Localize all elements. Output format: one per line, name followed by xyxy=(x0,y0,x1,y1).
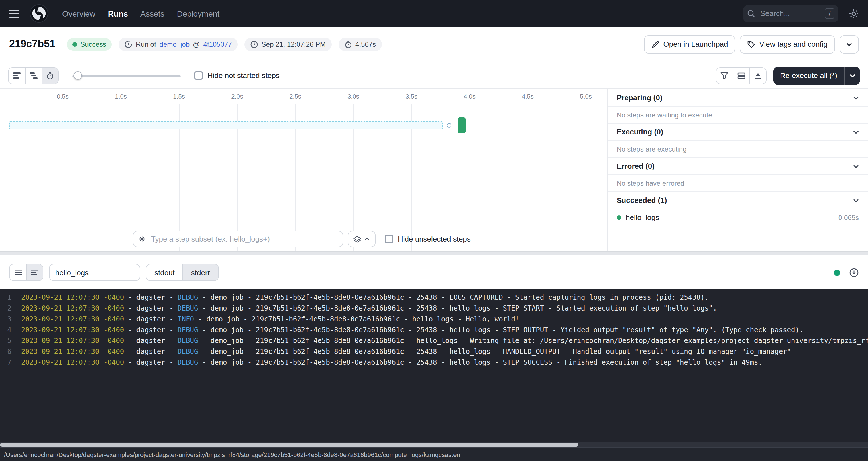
log-line-number: 2 xyxy=(0,303,16,314)
nav-item-assets[interactable]: Assets xyxy=(141,9,164,18)
search-input[interactable] xyxy=(759,8,821,18)
hamburger-icon xyxy=(9,9,20,18)
chevron-down-icon xyxy=(853,164,859,168)
download-logs-button[interactable] xyxy=(849,268,859,277)
step-row-hello-logs[interactable]: hello_logs 0.065s xyxy=(608,209,868,226)
gantt-tick-label: 2.5s xyxy=(289,93,301,100)
section-title: Executing (0) xyxy=(617,128,663,136)
status-bar: /Users/erincochran/Desktop/dagster-examp… xyxy=(0,447,868,461)
log-h-scrollbar xyxy=(0,442,868,447)
gantt-timed-view-button[interactable] xyxy=(41,67,58,84)
raw-logs-button[interactable] xyxy=(26,265,43,280)
log-lines: 12023-09-21 12:07:30 -0400 - dagster - D… xyxy=(0,292,868,368)
gantt-tick-label: 5.0s xyxy=(580,93,592,100)
rows-icon xyxy=(737,72,745,79)
eject-icon xyxy=(754,72,762,79)
gantt-zoom-slider[interactable] xyxy=(72,67,181,84)
duration: 4.567s xyxy=(355,40,376,48)
chevron-down-icon xyxy=(849,74,855,77)
section-title: Succeeded (1) xyxy=(617,196,667,205)
clock-icon xyxy=(250,40,258,48)
filter-steps-button[interactable] xyxy=(716,67,733,84)
gantt-flat-view-button[interactable] xyxy=(8,67,25,84)
step-subset-input[interactable] xyxy=(150,234,337,244)
search-shortcut-key: / xyxy=(825,8,834,19)
run-steps-panel: Preparing (0) No steps are waiting to ex… xyxy=(607,89,868,251)
chevron-down-icon xyxy=(853,198,859,202)
log-line: 12023-09-21 12:07:30 -0400 - dagster - D… xyxy=(0,292,868,303)
section-header-succeeded[interactable]: Succeeded (1) xyxy=(608,192,868,209)
nav-item-runs[interactable]: Runs xyxy=(108,9,128,18)
step-name: hello_logs xyxy=(626,213,659,222)
gantt-start-marker-icon xyxy=(447,123,452,128)
step-success-dot-icon xyxy=(617,215,621,220)
view-tags-config-button[interactable]: View tags and config xyxy=(740,35,835,53)
section-header-executing[interactable]: Executing (0) xyxy=(608,124,868,141)
run-actions-menu-button[interactable] xyxy=(839,35,859,53)
top-nav: OverviewRunsAssetsDeployment / xyxy=(0,0,868,27)
stdout-tab[interactable]: stdout xyxy=(147,265,183,280)
log-line: 52023-09-21 12:07:30 -0400 - dagster - D… xyxy=(0,336,868,346)
menu-button[interactable] xyxy=(8,8,21,19)
gantt-tick-label: 4.5s xyxy=(522,93,534,100)
gantt-tick-label: 3.5s xyxy=(405,93,417,100)
open-launchpad-button[interactable]: Open in Launchpad xyxy=(644,35,736,53)
live-status-dot-icon xyxy=(834,269,840,276)
history-icon xyxy=(125,40,132,48)
slider-knob[interactable] xyxy=(73,71,82,80)
nav-item-deployment[interactable]: Deployment xyxy=(177,9,219,18)
list-icon xyxy=(14,269,22,276)
run-id: 219c7b51 xyxy=(9,38,55,50)
status-badge: Success xyxy=(67,38,112,51)
section-title: Errored (0) xyxy=(617,162,655,171)
reexecute-all-button[interactable]: Re-execute all (*) xyxy=(773,66,844,85)
log-line-number: 7 xyxy=(0,357,16,368)
log-line: 62023-09-21 12:07:30 -0400 - dagster - D… xyxy=(0,346,868,357)
gantt-step-bar-hello-logs[interactable] xyxy=(458,117,466,133)
code-version-link[interactable]: 4f105077 xyxy=(203,40,232,48)
reexecute-menu-button[interactable] xyxy=(844,66,860,85)
structured-logs-button[interactable] xyxy=(10,265,26,280)
stderr-tab[interactable]: stderr xyxy=(183,265,218,280)
gantt-tick-label: 4.0s xyxy=(464,93,475,100)
row-density-button[interactable] xyxy=(733,67,749,84)
log-toolbar: stdout stderr xyxy=(0,255,868,289)
search-box[interactable]: / xyxy=(743,5,838,22)
log-line-number: 1 xyxy=(0,292,16,303)
hide-not-started-checkbox[interactable] xyxy=(194,71,203,80)
dagster-logo[interactable] xyxy=(30,4,49,23)
run-of-label: Run of xyxy=(136,40,156,48)
log-output: 12023-09-21 12:07:30 -0400 - dagster - D… xyxy=(0,289,868,447)
settings-button[interactable] xyxy=(847,7,860,20)
log-line-text: 2023-09-21 12:07:30 -0400 - dagster - DE… xyxy=(16,325,803,336)
job-link[interactable]: demo_job xyxy=(160,40,189,48)
run-of-pill: Run of demo_job @ 4f105077 xyxy=(119,37,238,51)
nav-item-overview[interactable]: Overview xyxy=(62,9,95,18)
gantt-waterfall-view-button[interactable] xyxy=(25,67,41,84)
section-executing: Executing (0) No steps are executing xyxy=(608,124,868,158)
section-header-preparing[interactable]: Preparing (0) xyxy=(608,89,868,106)
hide-unselected-checkbox-row[interactable]: Hide unselected steps xyxy=(385,235,471,243)
hide-unselected-checkbox[interactable] xyxy=(385,235,393,243)
log-view-mode-group xyxy=(9,264,43,281)
gantt-tick-label: 1.5s xyxy=(173,93,185,100)
hide-not-started-checkbox-row[interactable]: Hide not started steps xyxy=(194,71,280,80)
graph-query-toggle-button[interactable] xyxy=(348,231,376,247)
chevron-down-icon xyxy=(846,42,852,46)
step-subset-inputbox[interactable] xyxy=(133,231,343,247)
view-tags-config-label: View tags and config xyxy=(760,40,828,49)
log-line-number: 4 xyxy=(0,325,16,336)
section-header-errored[interactable]: Errored (0) xyxy=(608,158,868,175)
collapse-panel-button[interactable] xyxy=(749,67,766,84)
main-nav: OverviewRunsAssetsDeployment xyxy=(62,9,219,18)
log-h-scrollbar-thumb[interactable] xyxy=(0,443,579,447)
start-time: Sep 21, 12:07:26 PM xyxy=(261,40,326,48)
start-time-pill: Sep 21, 12:07:26 PM xyxy=(245,37,332,51)
dagster-logo-icon xyxy=(30,4,49,23)
panel-resize-handle[interactable] xyxy=(0,251,868,255)
op-selector-icon xyxy=(138,235,146,243)
log-step-filter-input[interactable] xyxy=(49,264,140,281)
status-label: Success xyxy=(80,40,106,48)
log-line-text: 2023-09-21 12:07:30 -0400 - dagster - DE… xyxy=(16,303,717,314)
log-line-number: 5 xyxy=(0,336,16,346)
